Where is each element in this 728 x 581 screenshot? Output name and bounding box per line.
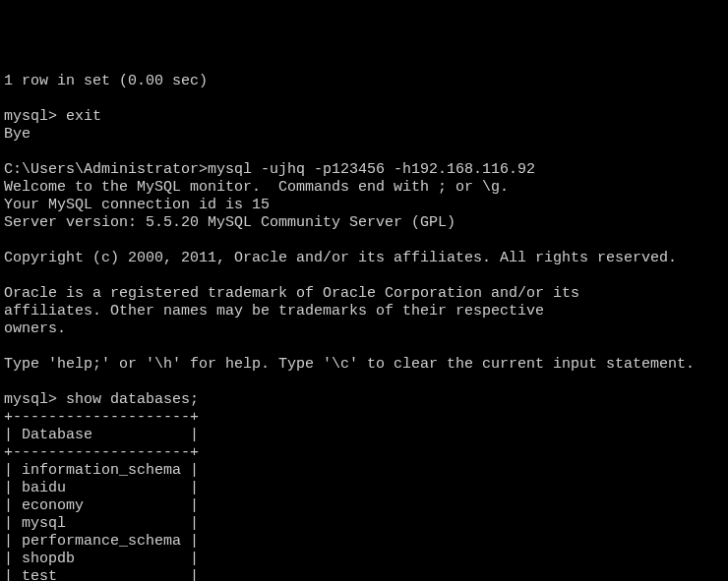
mysql-prompt: mysql>	[4, 108, 66, 125]
terminal-output[interactable]: 1 row in set (0.00 sec)mysql> exitByeC:\…	[4, 73, 724, 581]
table-row: | economy |	[4, 497, 724, 515]
table-row: | performance_schema |	[4, 533, 724, 551]
output-line	[4, 232, 724, 250]
output-line: affiliates. Other names may be trademark…	[4, 303, 724, 320]
table-row: | information_schema |	[4, 462, 724, 480]
output-line: Copyright (c) 2000, 2011, Oracle and/or …	[4, 250, 724, 267]
table-row: | shopdb |	[4, 551, 724, 568]
output-line: Welcome to the MySQL monitor. Commands e…	[4, 179, 724, 197]
command-text: show databases;	[66, 391, 199, 408]
output-line: 1 row in set (0.00 sec)	[4, 73, 724, 90]
table-header: | Database |	[4, 427, 724, 444]
output-line: Server version: 5.5.20 MySQL Community S…	[4, 214, 724, 232]
output-line: Bye	[4, 126, 724, 144]
table-row: | baidu |	[4, 480, 724, 497]
output-line: mysql> exit	[4, 108, 724, 126]
command-text: exit	[66, 108, 101, 125]
output-line: C:\Users\Administrator>mysql -ujhq -p123…	[4, 161, 724, 179]
output-line	[4, 90, 724, 108]
output-line	[4, 144, 724, 161]
output-line: Your MySQL connection id is 15	[4, 197, 724, 214]
table-row: | mysql |	[4, 515, 724, 533]
output-line: mysql> show databases;	[4, 391, 724, 409]
output-line: owners.	[4, 320, 724, 338]
mysql-prompt: mysql>	[4, 391, 66, 408]
output-line: Oracle is a registered trademark of Orac…	[4, 285, 724, 303]
shell-prompt: C:\Users\Administrator>	[4, 161, 208, 178]
output-line: Type 'help;' or '\h' for help. Type '\c'…	[4, 356, 724, 374]
table-border: +--------------------+	[4, 444, 724, 462]
output-line	[4, 338, 724, 356]
command-text: mysql -ujhq -p123456 -h192.168.116.92	[208, 161, 535, 178]
table-row: | test |	[4, 568, 724, 581]
output-line	[4, 267, 724, 285]
output-line	[4, 374, 724, 391]
table-border: +--------------------+	[4, 409, 724, 427]
